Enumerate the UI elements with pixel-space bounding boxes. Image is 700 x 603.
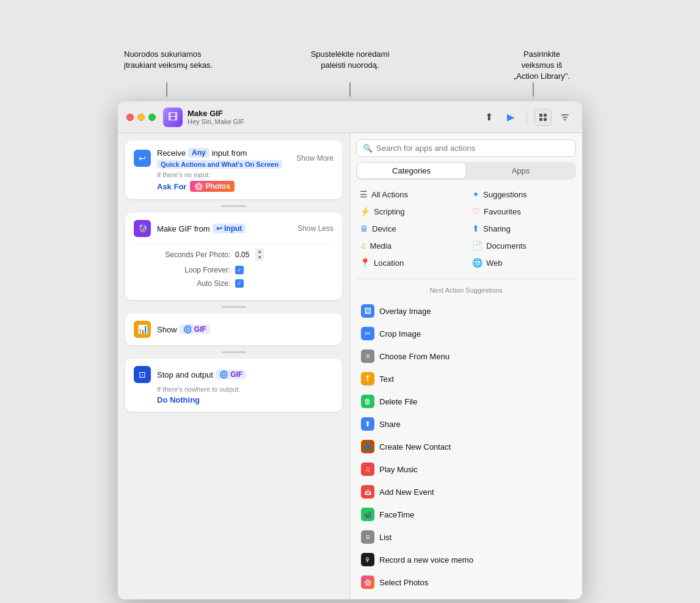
search-input[interactable]	[376, 144, 569, 153]
suggestion-overlay-image[interactable]: 🖼 Overlay Image	[356, 300, 576, 322]
receive-icon: ↩	[134, 150, 151, 167]
show-title: Show 🌀 GIF	[157, 324, 334, 334]
crop-image-label: Crop Image	[379, 329, 421, 338]
stop-subtitle: If there's nowhere to output:	[157, 386, 334, 393]
window-subtitle: Hey Siri, Make GIF	[188, 118, 480, 125]
tab-categories[interactable]: Categories	[357, 163, 465, 178]
category-suggestions-label: Suggestions	[483, 190, 527, 199]
category-suggestions[interactable]: ✦ Suggestions	[468, 187, 576, 202]
select-photos-label: Select Photos	[379, 578, 428, 587]
auto-size-checkbox[interactable]: ✓	[235, 279, 244, 288]
stepper-down[interactable]: ▼	[255, 255, 264, 261]
media-icon: ♫	[360, 241, 366, 250]
suggestion-delete-file[interactable]: 🗑 Delete File	[356, 390, 576, 412]
action-make-gif-header: 🔮 Make GIF from ↩ Input Show Less	[134, 220, 334, 237]
action-library-panel: 🔍 Categories Apps ☰ All Actions ✦	[350, 133, 582, 599]
loop-checkbox[interactable]: ✓	[235, 266, 244, 274]
text-label: Text	[379, 375, 394, 384]
choose-from-menu-label: Choose From Menu	[379, 352, 450, 361]
workflow-panel: ↩ Receive Any input from Quick Actions a…	[118, 133, 350, 599]
library-button[interactable]	[534, 109, 552, 126]
seconds-value[interactable]: 0.05	[235, 250, 249, 259]
suggestion-share[interactable]: ⬆ Share	[356, 413, 576, 435]
show-less-button[interactable]: Show Less	[297, 224, 334, 233]
stop-gif-badge[interactable]: 🌀 GIF	[216, 370, 246, 379]
category-media[interactable]: ♫ Media	[356, 238, 464, 253]
delete-file-label: Delete File	[379, 397, 417, 406]
stop-icon: ⊡	[134, 366, 151, 383]
list-label: List	[379, 533, 392, 542]
separator-3[interactable]	[125, 350, 342, 354]
text-icon: T	[361, 372, 374, 386]
maximize-button[interactable]	[148, 114, 156, 121]
add-new-event-icon: 📅	[361, 485, 374, 499]
category-all-actions[interactable]: ☰ All Actions	[356, 187, 464, 202]
seconds-stepper[interactable]: ▲ ▼	[255, 249, 264, 261]
category-location[interactable]: 📍 Location	[356, 255, 464, 270]
traffic-lights	[126, 114, 156, 121]
suggestion-voice-memo[interactable]: 🎙 Record a new voice memo	[356, 549, 576, 571]
action-stop: ⊡ Stop and output 🌀 GIF If there's nowhe…	[125, 359, 342, 412]
suggestion-play-music[interactable]: ♫ Play Music	[356, 458, 576, 480]
receive-source-badge[interactable]: Quick Actions and What's On Screen	[157, 160, 282, 169]
svg-rect-3	[539, 114, 542, 117]
suggestion-list: 🖼 Overlay Image ✂ Crop Image ≡ Choose Fr…	[356, 300, 576, 593]
suggestion-text[interactable]: T Text	[356, 368, 576, 390]
main-content: ↩ Receive Any input from Quick Actions a…	[118, 133, 582, 599]
share-button[interactable]: ⬆	[480, 109, 497, 126]
filter-button[interactable]	[556, 109, 574, 126]
loop-forever-row: Loop Forever: ✓	[134, 266, 334, 274]
category-documents[interactable]: 📄 Documents	[468, 238, 576, 253]
voice-memo-label: Record a new voice memo	[379, 555, 473, 565]
minimize-button[interactable]	[137, 114, 145, 121]
category-favourites-label: Favourites	[484, 207, 521, 216]
show-icon: 📊	[134, 321, 151, 338]
category-sharing-label: Sharing	[483, 224, 511, 233]
category-device-label: Device	[372, 224, 396, 233]
select-photos-icon: 🌸	[361, 576, 374, 589]
receive-any-badge[interactable]: Any	[188, 148, 210, 158]
separator-2[interactable]	[125, 305, 342, 309]
category-scripting[interactable]: ⚡ Scripting	[356, 204, 464, 219]
window-title: Make GIF	[188, 109, 480, 118]
tab-apps[interactable]: Apps	[467, 163, 575, 178]
close-button[interactable]	[126, 114, 134, 121]
choose-from-menu-icon: ≡	[361, 349, 374, 363]
voice-memo-icon: 🎙	[361, 553, 374, 566]
ask-for-link[interactable]: Ask For	[157, 182, 186, 191]
category-device[interactable]: 🖥 Device	[356, 221, 464, 236]
category-documents-label: Documents	[486, 241, 527, 250]
category-sharing[interactable]: ⬆ Sharing	[468, 221, 576, 236]
svg-rect-6	[544, 118, 547, 121]
action-make-gif: 🔮 Make GIF from ↩ Input Show Less Second…	[125, 213, 342, 300]
category-favourites[interactable]: ♡ Favourites	[468, 204, 576, 219]
documents-icon: 📄	[472, 241, 483, 250]
suggestion-list[interactable]: ≡ List	[356, 526, 576, 548]
suggestion-facetime[interactable]: 📹 FaceTime	[356, 503, 576, 525]
show-gif-badge[interactable]: 🌀 GIF	[180, 324, 210, 334]
sharing-icon: ⬆	[472, 224, 479, 233]
photos-badge[interactable]: 🌸 Photos	[190, 181, 235, 192]
suggestion-choose-from-menu[interactable]: ≡ Choose From Menu	[356, 345, 576, 367]
input-badge[interactable]: ↩ Input	[213, 224, 246, 233]
separator-1[interactable]	[125, 204, 342, 208]
annotation-right: Pasirinkite veiksmus iš „Action Library"…	[514, 49, 570, 82]
suggestion-select-photos[interactable]: 🌸 Select Photos	[356, 571, 576, 593]
share-icon: ⬆	[361, 417, 374, 431]
title-group: Make GIF Hey Siri, Make GIF	[188, 109, 480, 125]
overlay-image-icon: 🖼	[361, 304, 374, 318]
suggestion-add-new-event[interactable]: 📅 Add New Event	[356, 481, 576, 503]
play-button[interactable]: ▶	[502, 109, 519, 126]
do-nothing-link[interactable]: Do Nothing	[157, 395, 334, 404]
device-icon: 🖥	[360, 224, 368, 233]
all-actions-icon: ☰	[360, 189, 368, 199]
annotation-left: Nuorodos sukuriamos įtraukiant veiksmų s…	[124, 49, 213, 71]
suggestion-crop-image[interactable]: ✂ Crop Image	[356, 323, 576, 345]
stepper-up[interactable]: ▲	[255, 249, 264, 255]
create-contact-label: Create New Contact	[379, 442, 451, 451]
seconds-label: Seconds Per Photo:	[157, 250, 230, 259]
category-web[interactable]: 🌐 Web	[468, 255, 576, 270]
show-more-button[interactable]: Show More	[296, 154, 334, 163]
suggestion-create-contact[interactable]: 👤 Create New Contact	[356, 436, 576, 458]
facetime-label: FaceTime	[379, 510, 414, 519]
